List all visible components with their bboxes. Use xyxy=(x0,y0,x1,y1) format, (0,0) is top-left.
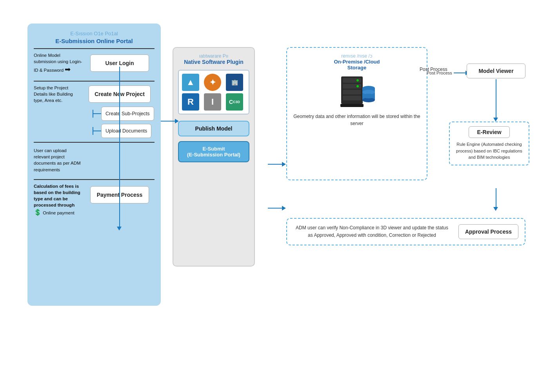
mid-title: Native Software Plugin xyxy=(184,59,244,65)
server-graphic xyxy=(337,74,376,110)
left-panel-title: E-Submission Online Portal xyxy=(34,38,155,44)
adm-desc: ADM user can verify Non-Compliance in 3D… xyxy=(293,224,451,239)
esubmit-label: E-Submit(E-Submission Portal) xyxy=(187,146,240,158)
v-connector-left xyxy=(119,67,120,227)
model-viewer-box: Model Viewer xyxy=(467,64,525,78)
payment-desc: Calculation of fees is based on the buil… xyxy=(34,183,85,217)
storage-title-shadow: remıse /nıse /ɔ xyxy=(341,53,373,59)
svg-point-2 xyxy=(356,79,359,82)
ereview-desc: Rule Engine (Automated checking process)… xyxy=(455,141,523,161)
user-login-desc: Online Model submission using Login-ID &… xyxy=(34,52,85,74)
create-project-row: Setup the Project Details like Building … xyxy=(34,85,155,103)
svg-rect-5 xyxy=(343,90,361,94)
upload-documents-box: Upload Documents xyxy=(101,124,151,138)
svg-rect-7 xyxy=(340,104,364,107)
approval-process-box: Approval Process xyxy=(458,224,518,239)
ereview-title: E-Review xyxy=(469,126,509,138)
storage-panel: remıse /nıse /ɔ On-Premise /CloudStorage xyxy=(286,47,427,180)
esubmit-btn[interactable]: E-Submit(E-Submission Portal) xyxy=(178,141,249,162)
payment-row: Calculation of fees is based on the buil… xyxy=(34,183,155,217)
plugin-icon-i: I xyxy=(204,93,221,111)
arrow-lp-to-mid xyxy=(161,119,179,123)
v-arrow-viewer-to-ereview xyxy=(496,79,496,118)
upload-row: User can upload relevant project documen… xyxy=(34,146,155,172)
svg-point-4 xyxy=(356,85,359,87)
arrow-storage-to-viewer: Post Process xyxy=(427,71,469,75)
v-arrow-ereview-down xyxy=(496,188,496,208)
storage-desc: Geometry data and other information will… xyxy=(293,113,420,127)
plugin-icon-archicad: ✦ xyxy=(204,74,221,91)
left-panel: E-Sıssıon O1e Po1al E-Submission Online … xyxy=(27,24,161,306)
publish-model-btn[interactable]: Publish Model xyxy=(178,121,249,136)
storage-title: On-Premise /CloudStorage xyxy=(334,59,380,71)
mid-title-shadow: ıatıtwarare Pıı xyxy=(199,53,229,59)
svg-point-12 xyxy=(362,94,375,98)
left-panel-title-shadow: E-Sıssıon O1e Po1al xyxy=(34,31,155,37)
post-process-text: Post Process xyxy=(427,71,452,75)
svg-rect-6 xyxy=(343,96,361,100)
create-subprojects-box: Create Sub-Projects xyxy=(101,107,154,121)
ereview-panel: E-Review Rule Engine (Automated checking… xyxy=(449,122,529,165)
user-login-row: Online Model submission using Login-ID &… xyxy=(34,52,155,74)
plugin-icon-revit: ▲ xyxy=(182,74,199,91)
arrow-mid-to-storage xyxy=(268,162,286,167)
mid-panel: ıatıtwarare Pıı Native Software Plugin ▲… xyxy=(173,47,255,267)
plugin-icon-r: R xyxy=(182,93,199,111)
plugin-icon-c: CC3D xyxy=(226,93,243,111)
bottom-dashed-panel: ADM user can verify Non-Compliance in 3D… xyxy=(286,218,525,245)
create-project-desc: Setup the Project Details like Building … xyxy=(34,85,85,103)
arrow-esubmit-to-storage xyxy=(268,206,286,211)
plugin-icons-grid: ▲ ✦ 🏢 R I CC3D xyxy=(178,70,249,114)
plugin-icon-bentley: 🏢 xyxy=(226,74,243,91)
diagram-wrapper: E-Sıssıon O1e Po1al E-Submission Online … xyxy=(27,24,522,368)
upload-desc: User can upload relevant project documen… xyxy=(34,147,85,172)
